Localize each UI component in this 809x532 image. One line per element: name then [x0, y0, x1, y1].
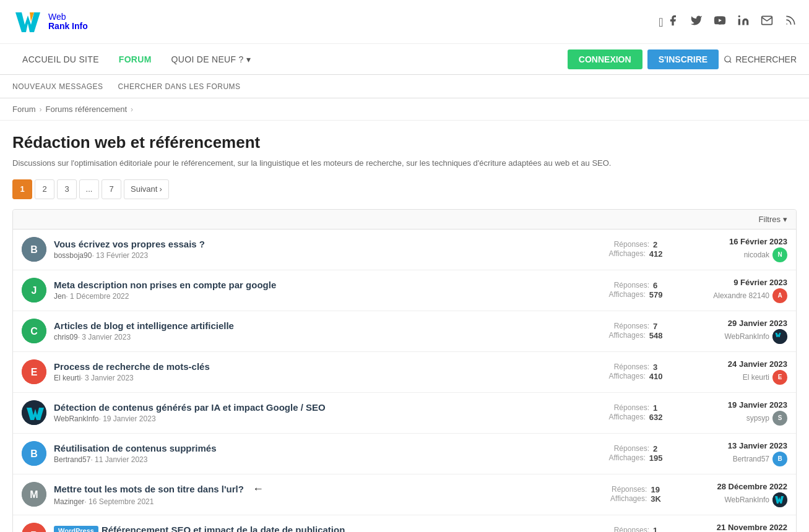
thread-title[interactable]: Articles de blog et intelligence artific…: [54, 320, 595, 331]
svg-point-4: [786, 24, 787, 25]
youtube-icon[interactable]: [714, 14, 726, 30]
last-user-avatar: B: [772, 452, 787, 466]
last-user-name: Alexandre 82140: [713, 291, 769, 300]
thread-main: Process de recherche de mots-clés El keu…: [54, 361, 595, 382]
last-user-name: WebRankInfo: [725, 496, 770, 504]
connexion-button[interactable]: CONNEXION: [568, 49, 642, 69]
avatar: E: [22, 359, 46, 384]
thread-main: WordPressRéférencement SEO et impact de …: [54, 525, 595, 533]
thread-stats: Réponses:6 Affichages:579: [595, 281, 676, 299]
thread-main: Mettre tout les mots de son titre dans l…: [54, 483, 595, 506]
last-user-avatar: [772, 492, 787, 507]
thread-title[interactable]: Process de recherche de mots-clés: [54, 361, 595, 372]
filters-bar: Filtres ▾: [13, 210, 796, 230]
twitter-icon[interactable]: [690, 14, 703, 30]
thread-title[interactable]: Détection de contenus générés par IA et …: [54, 402, 595, 413]
avatar: B: [22, 237, 46, 262]
page-next-button[interactable]: Suivant ›: [124, 179, 169, 199]
breadcrumb-sep-2: ›: [131, 105, 133, 114]
page-2-button[interactable]: 2: [35, 179, 54, 199]
breadcrumb-forums-ref[interactable]: Forums référencement: [46, 105, 128, 114]
thread-date: 13 Février 2023: [96, 251, 148, 260]
thread-title[interactable]: Mettre tout les mots de son titre dans l…: [54, 483, 595, 496]
thread-stats: Réponses:19 Affichages:3K: [595, 485, 676, 504]
main-nav: ACCUEIL DU SITE FORUM QUOI DE NEUF ? ▾ C…: [0, 44, 809, 75]
thread-meta: Bertrand57· 11 Janvier 2023: [54, 455, 595, 464]
thread-main: Meta description non prises en compte pa…: [54, 280, 595, 301]
page-7-button[interactable]: 7: [102, 179, 121, 199]
breadcrumb: Forum › Forums référencement ›: [0, 98, 809, 121]
thread-last: 21 Novembre 2022 WebRankInfo: [676, 523, 787, 533]
logo-rank: Rank Info: [48, 22, 88, 31]
svg-text:C: C: [30, 326, 38, 337]
email-icon[interactable]: [761, 14, 773, 30]
linkedin-icon[interactable]: [737, 14, 750, 30]
page-ellipsis[interactable]: ...: [79, 179, 99, 199]
pagination: 1 2 3 ... 7 Suivant ›: [12, 179, 797, 199]
thread-title[interactable]: Meta description non prises en compte pa…: [54, 280, 595, 290]
wordpress-tag: WordPress: [54, 526, 98, 533]
svg-text:J: J: [32, 285, 37, 296]
avatar: B: [22, 441, 46, 466]
svg-point-17: [22, 400, 46, 425]
thread-meta: chris09· 3 Janvier 2023: [54, 333, 595, 341]
last-user-avatar: N: [772, 247, 787, 262]
thread-last: 16 Février 2023 nicodak N: [676, 237, 787, 262]
thread-meta: bossboja90· 13 Février 2023: [54, 251, 595, 260]
social-icons: : [659, 14, 797, 30]
thread-title[interactable]: Vous écrivez vos propres essais ?: [54, 239, 595, 249]
thread-row: J Meta description non prises en compte …: [13, 270, 796, 311]
thread-stats: Réponses:2 Affichages:195: [595, 444, 676, 463]
thread-title[interactable]: Réutilisation de contenus supprimés: [54, 443, 595, 453]
sub-nav-chercher[interactable]: CHERCHER DANS LES FORUMS: [118, 82, 241, 91]
last-user-avatar: A: [772, 288, 787, 303]
page-1-button[interactable]: 1: [12, 179, 32, 199]
thread-row: R WordPressRéférencement SEO et impact d…: [13, 515, 796, 533]
arrow-indicator: ←: [253, 483, 264, 496]
thread-author: bossboja90: [54, 251, 92, 260]
breadcrumb-sep-1: ›: [40, 105, 42, 114]
thread-meta: WebRankInfo· 19 Janvier 2023: [54, 414, 595, 423]
avatar: J: [22, 278, 46, 302]
thread-stats: Réponses:7 Affichages:548: [595, 322, 676, 340]
last-user-name: El keurti: [743, 373, 769, 382]
last-user-avatar: E: [772, 370, 787, 385]
thread-last: 19 Janvier 2023 sypsyp S: [676, 400, 787, 426]
thread-author: WebRankInfo: [54, 414, 99, 423]
last-user-name: nicodak: [744, 251, 769, 259]
thread-stats: Réponses:1 Affichages:562: [595, 526, 676, 532]
thread-row: M Mettre tout les mots de son titre dans…: [13, 474, 796, 515]
thread-title[interactable]: WordPressRéférencement SEO et impact de …: [54, 525, 595, 533]
avatar: R: [22, 523, 46, 532]
sub-nav-nouveaux[interactable]: NOUVEAUX MESSAGES: [12, 82, 103, 91]
thread-author: chris09: [54, 333, 78, 341]
svg-marker-0: [15, 12, 40, 32]
nav-accueil[interactable]: ACCUEIL DU SITE: [12, 44, 109, 75]
rss-icon[interactable]: [784, 14, 797, 30]
filters-button[interactable]: Filtres ▾: [759, 215, 787, 224]
avatar: [22, 400, 46, 425]
thread-stats: Réponses:1 Affichages:632: [595, 403, 676, 422]
breadcrumb-forum[interactable]: Forum: [12, 105, 36, 114]
site-logo[interactable]: Web Rank Info: [12, 6, 88, 37]
site-header: Web Rank Info : [0, 0, 809, 44]
svg-point-5: [725, 56, 730, 61]
logo-web: Web: [48, 12, 88, 22]
rechercher-button[interactable]: RECHERCHER: [724, 54, 797, 64]
thread-date: 3 Janvier 2023: [82, 333, 131, 341]
thread-last: 29 Janvier 2023 WebRankInfo: [676, 319, 787, 344]
thread-last: 28 Décembre 2022 WebRankInfo: [676, 482, 787, 507]
thread-row: Détection de contenus générés par IA et …: [13, 393, 796, 434]
inscrire-button[interactable]: S'INSCRIRE: [647, 49, 719, 69]
nav-quoi-de-neuf[interactable]: QUOI DE NEUF ? ▾: [162, 44, 261, 75]
logo-text: Web Rank Info: [48, 12, 88, 32]
nav-forum[interactable]: FORUM: [109, 44, 162, 75]
svg-text:M: M: [30, 489, 38, 500]
thread-date: 1 Décembre 2022: [70, 292, 129, 301]
dropdown-arrow-icon: ▾: [246, 54, 251, 64]
page-3-button[interactable]: 3: [57, 179, 77, 199]
thread-date: 19 Janvier 2023: [103, 414, 155, 423]
facebook-icon[interactable]: : [659, 14, 679, 30]
thread-row: B Réutilisation de contenus supprimés Be…: [13, 434, 796, 474]
svg-point-13: [772, 329, 787, 344]
